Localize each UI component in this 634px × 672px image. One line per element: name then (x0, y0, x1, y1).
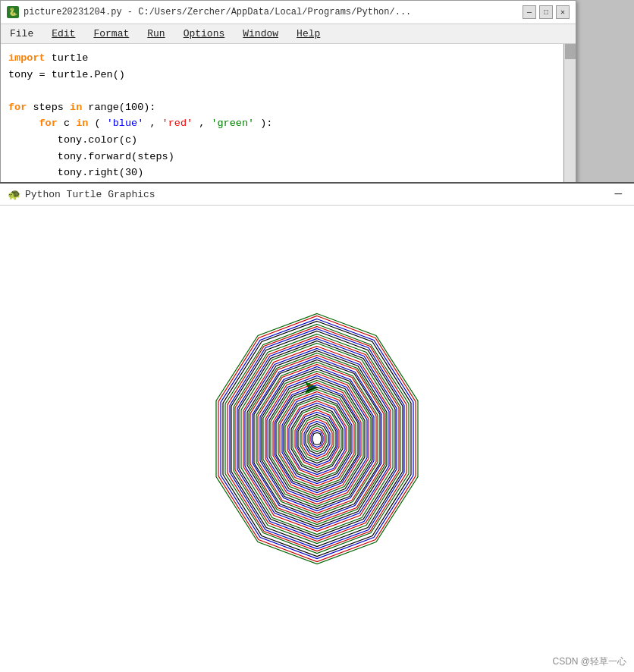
spiral-drawing (173, 303, 461, 579)
menu-window[interactable]: Window (240, 27, 281, 41)
code-line-3 (8, 83, 568, 99)
code-line-1: import turtle (8, 50, 568, 67)
scrollbar-thumb[interactable] (565, 44, 576, 59)
turtle-window-title: Python Turtle Graphics (25, 189, 155, 200)
menu-edit[interactable]: Edit (49, 27, 78, 41)
vertical-scrollbar[interactable] (563, 44, 576, 187)
code-line-6: tony.color(c) (8, 132, 568, 149)
code-line-5: for c in ( 'blue' , 'red' , 'green' ): (8, 115, 568, 132)
maximize-button[interactable]: □ (539, 5, 553, 19)
title-bar: 🐍 picture20231204.py - C:/Users/Zercher/… (1, 1, 576, 24)
turtle-icon: 🐢 (8, 188, 20, 201)
window-controls[interactable]: — □ ✕ (523, 5, 570, 19)
spiral-group (216, 314, 418, 564)
code-line-2: tony = turtle.Pen() (8, 67, 568, 83)
close-button[interactable]: ✕ (556, 5, 570, 19)
turtle-title-bar: 🐢 Python Turtle Graphics — (0, 184, 634, 206)
python-icon: 🐍 (7, 6, 19, 18)
window-title: picture20231204.py - C:/Users/Zercher/Ap… (24, 7, 411, 17)
code-line-8: tony.right(30) (8, 165, 568, 181)
menu-run[interactable]: Run (144, 27, 168, 41)
code-line-4: for steps in range(100): (8, 99, 568, 116)
minimize-button[interactable]: — (523, 5, 536, 19)
turtle-title-left: 🐢 Python Turtle Graphics (8, 188, 155, 201)
menu-format[interactable]: Format (90, 27, 132, 41)
keyword-import: import (8, 52, 46, 64)
menu-options[interactable]: Options (180, 27, 228, 41)
menu-help[interactable]: Help (293, 27, 323, 41)
code-editor[interactable]: import turtle tony = turtle.Pen() for st… (1, 44, 576, 188)
turtle-minimize-button[interactable]: — (610, 187, 626, 201)
code-line-7: tony.forward(steps) (8, 149, 568, 165)
title-bar-left: 🐍 picture20231204.py - C:/Users/Zercher/… (7, 6, 411, 18)
menu-file[interactable]: File (7, 27, 36, 41)
watermark: CSDN @轻草一心 (552, 655, 626, 668)
turtle-canvas: CSDN @轻草一心 (0, 206, 634, 672)
turtle-window: 🐢 Python Turtle Graphics — (0, 182, 634, 672)
menu-bar: File Edit Format Run Options Window Help (1, 24, 576, 44)
editor-window: 🐍 picture20231204.py - C:/Users/Zercher/… (0, 0, 576, 189)
